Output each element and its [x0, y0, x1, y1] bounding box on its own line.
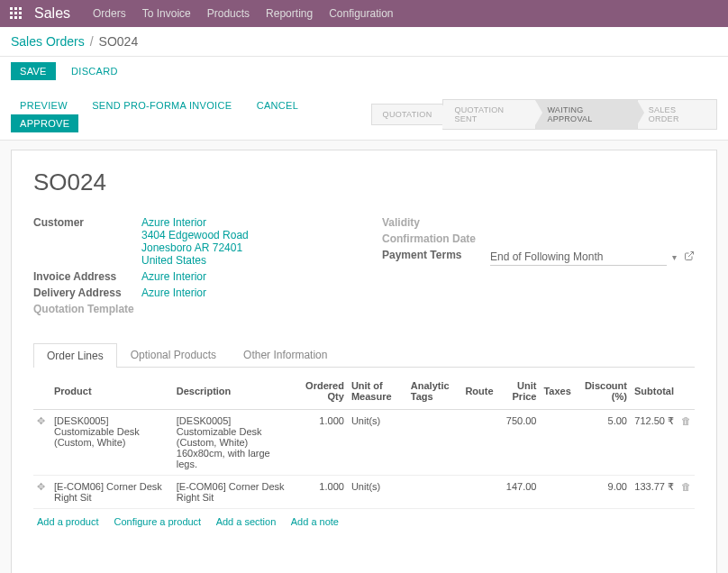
cell-discount[interactable]: 5.00 — [575, 410, 631, 476]
cell-taxes[interactable] — [540, 410, 574, 476]
cancel-button[interactable]: CANCEL — [248, 96, 307, 114]
status-quotation[interactable]: QUOTATION — [371, 104, 444, 125]
confirm-date-label: Confirmation Date — [382, 232, 490, 245]
tab-other-information[interactable]: Other Information — [230, 342, 341, 367]
customer-addr-2: Jonesboro AR 72401 — [141, 241, 346, 254]
validity-label: Validity — [382, 216, 490, 229]
form-header: Customer Azure Interior 3404 Edgewood Ro… — [33, 216, 695, 319]
status-sales-order[interactable]: SALES ORDER — [637, 99, 717, 130]
nav-products[interactable]: Products — [207, 7, 250, 20]
svg-line-9 — [688, 252, 694, 258]
save-discard-bar: SAVE DISCARD — [0, 57, 728, 89]
svg-rect-6 — [10, 16, 13, 19]
svg-rect-2 — [19, 7, 22, 10]
status-bar: QUOTATION QUOTATION SENT WAITING APPROVA… — [372, 99, 717, 130]
th-route: Route — [461, 373, 496, 410]
th-description: Description — [173, 373, 296, 410]
table-row[interactable]: ✥[DESK0005] Customizable Desk (Custom, W… — [33, 410, 695, 476]
svg-rect-8 — [19, 16, 22, 19]
breadcrumb-current: SO024 — [99, 34, 139, 49]
tab-optional-products[interactable]: Optional Products — [117, 342, 230, 367]
workflow-bar: PREVIEW SEND PRO-FORMA INVOICE CANCEL AP… — [0, 89, 728, 141]
cell-subtotal: 133.77 ₹ — [631, 476, 678, 509]
th-taxes: Taxes — [540, 373, 574, 410]
svg-rect-7 — [14, 16, 17, 19]
cell-subtotal: 712.50 ₹ — [631, 410, 678, 476]
cell-discount[interactable]: 9.00 — [575, 476, 631, 509]
cell-qty[interactable]: 1.000 — [296, 410, 348, 476]
cell-product[interactable]: [E-COM06] Corner Desk Right Sit — [50, 476, 173, 509]
form-sheet: SO024 Customer Azure Interior 3404 Edgew… — [11, 150, 717, 573]
page-title: SO024 — [33, 168, 695, 196]
customer-addr-1: 3404 Edgewood Road — [141, 229, 346, 241]
payment-terms-label: Payment Terms — [382, 249, 490, 266]
cell-description[interactable]: [E-COM06] Corner Desk Right Sit — [173, 476, 296, 509]
th-subtotal: Subtotal — [631, 373, 678, 410]
approve-button[interactable]: APPROVE — [11, 114, 78, 132]
svg-rect-1 — [14, 7, 17, 10]
th-unit-price: Unit Price — [497, 373, 541, 410]
top-navbar: Sales Orders To Invoice Products Reporti… — [0, 0, 728, 27]
payment-terms-input[interactable] — [490, 249, 667, 266]
chevron-down-icon[interactable]: ▾ — [672, 252, 677, 262]
sheet-tabs: Order Lines Optional Products Other Info… — [33, 342, 695, 368]
tab-order-lines[interactable]: Order Lines — [33, 343, 117, 368]
invoice-addr-label: Invoice Address — [33, 270, 141, 283]
discard-button[interactable]: DISCARD — [62, 62, 127, 80]
th-analytic: Analytic Tags — [407, 373, 462, 410]
cell-analytic[interactable] — [407, 410, 462, 476]
cell-product[interactable]: [DESK0005] Customizable Desk (Custom, Wh… — [50, 410, 173, 476]
add-links-row: Add a product Configure a product Add a … — [33, 509, 695, 534]
svg-rect-5 — [19, 12, 22, 14]
customer-addr-3: United States — [141, 254, 346, 267]
add-note-link[interactable]: Add a note — [291, 516, 339, 527]
table-row[interactable]: ✥[E-COM06] Corner Desk Right Sit[E-COM06… — [33, 476, 695, 509]
th-ordered-qty: Ordered Qty — [296, 373, 348, 410]
invoice-addr-link[interactable]: Azure Interior — [141, 270, 206, 283]
cell-price[interactable]: 147.00 — [497, 476, 541, 509]
nav-reporting[interactable]: Reporting — [266, 7, 313, 20]
svg-rect-3 — [10, 12, 13, 14]
add-product-link[interactable]: Add a product — [37, 516, 99, 527]
cell-uom[interactable]: Unit(s) — [348, 410, 407, 476]
app-brand[interactable]: Sales — [34, 5, 70, 22]
external-link-icon[interactable] — [684, 250, 695, 264]
send-proforma-button[interactable]: SEND PRO-FORMA INVOICE — [83, 96, 241, 114]
cell-price[interactable]: 750.00 — [497, 410, 541, 476]
cell-route[interactable] — [461, 410, 496, 476]
breadcrumb: Sales Orders / SO024 — [0, 27, 728, 57]
th-discount: Discount (%) — [575, 373, 631, 410]
status-quotation-sent[interactable]: QUOTATION SENT — [442, 99, 536, 130]
breadcrumb-root[interactable]: Sales Orders — [11, 34, 85, 49]
th-product: Product — [50, 373, 173, 410]
delivery-addr-link[interactable]: Azure Interior — [141, 286, 206, 299]
drag-handle-icon[interactable]: ✥ — [33, 410, 50, 476]
status-waiting-approval[interactable]: WAITING APPROVAL — [535, 99, 637, 130]
cell-taxes[interactable] — [540, 476, 574, 509]
th-uom: Unit of Measure — [348, 373, 407, 410]
configure-product-link[interactable]: Configure a product — [114, 516, 202, 527]
cell-description[interactable]: [DESK0005] Customizable Desk (Custom, Wh… — [173, 410, 296, 476]
cell-analytic[interactable] — [407, 476, 462, 509]
nav-orders[interactable]: Orders — [93, 7, 126, 20]
svg-rect-0 — [10, 7, 13, 10]
drag-handle-icon[interactable]: ✥ — [33, 476, 50, 509]
customer-label: Customer — [33, 216, 141, 267]
apps-grid-icon[interactable] — [9, 6, 23, 21]
nav-to-invoice[interactable]: To Invoice — [142, 7, 191, 20]
order-lines-table: Product Description Ordered Qty Unit of … — [33, 373, 695, 509]
add-section-link[interactable]: Add a section — [216, 516, 277, 527]
save-button[interactable]: SAVE — [11, 62, 56, 80]
nav-configuration[interactable]: Configuration — [329, 7, 393, 20]
preview-button[interactable]: PREVIEW — [11, 96, 77, 114]
trash-icon[interactable]: 🗑 — [678, 476, 695, 509]
cell-route[interactable] — [461, 476, 496, 509]
cell-uom[interactable]: Unit(s) — [348, 476, 407, 509]
cell-qty[interactable]: 1.000 — [296, 476, 348, 509]
customer-link[interactable]: Azure Interior — [141, 216, 206, 229]
delivery-addr-label: Delivery Address — [33, 286, 141, 299]
svg-rect-4 — [14, 12, 17, 14]
breadcrumb-sep: / — [90, 34, 94, 49]
quotation-template-label: Quotation Template — [33, 303, 141, 315]
trash-icon[interactable]: 🗑 — [678, 410, 695, 476]
